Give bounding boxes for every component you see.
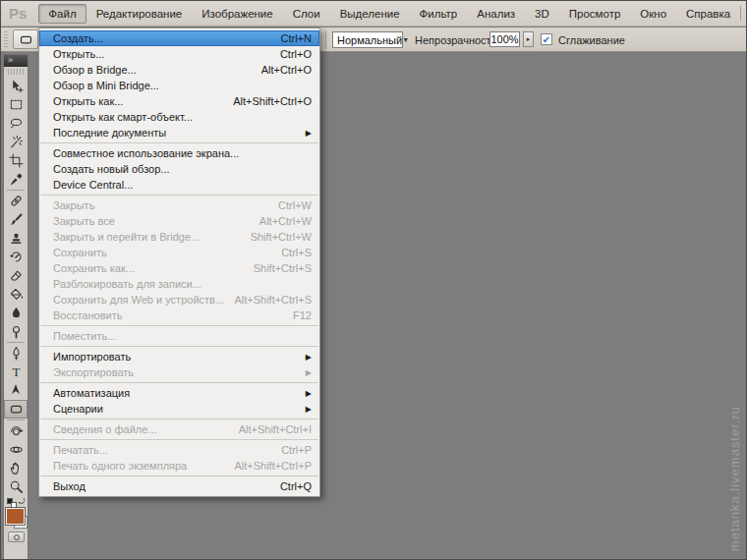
menubar-item-layers[interactable]: Слои — [283, 4, 330, 24]
tool-zoom[interactable] — [4, 477, 28, 496]
tool-healing-brush[interactable] — [4, 192, 28, 210]
foreground-color-swatch[interactable] — [6, 508, 25, 525]
menu-item-check-in[interactable]: Разблокировать для записи... — [39, 276, 319, 292]
marquee-icon — [9, 97, 24, 112]
menu-item-place[interactable]: Поместить... — [39, 328, 319, 344]
tool-eraser[interactable] — [4, 266, 28, 285]
submenu-arrow-icon: ▶ — [306, 353, 312, 362]
menu-item-save[interactable]: СохранитьCtrl+S — [39, 245, 319, 260]
tool-eyedropper[interactable] — [4, 170, 28, 189]
menu-item-open[interactable]: Открыть...Ctrl+O — [39, 46, 319, 62]
tool-lasso[interactable] — [4, 114, 28, 133]
tool-dodge[interactable] — [4, 322, 28, 341]
menu-item-export[interactable]: Экспортировать▶ — [39, 364, 319, 380]
menubar-item-analysis[interactable]: Анализ — [467, 4, 525, 24]
menubar-item-3d[interactable]: 3D — [525, 4, 559, 24]
menu-separator — [40, 346, 318, 347]
menu-item-save-for-web[interactable]: Сохранить для Web и устройств...Alt+Shif… — [39, 292, 319, 308]
tool-blur[interactable] — [4, 304, 28, 322]
menu-item-new[interactable]: Создать...Ctrl+N — [39, 30, 319, 46]
menu-item-browse-mini-bridge[interactable]: Обзор в Mini Bridge... — [39, 78, 319, 93]
menu-item-label: Сценарии — [53, 403, 103, 415]
menu-item-save-as[interactable]: Сохранить как...Shift+Ctrl+S — [39, 260, 319, 276]
move-icon — [9, 79, 24, 93]
tool-preset-picker[interactable] — [13, 29, 38, 49]
menu-item-import[interactable]: Импортировать▶ — [39, 349, 319, 364]
menu-item-label: Открыть... — [53, 48, 104, 60]
tool-marquee[interactable] — [4, 95, 28, 114]
menu-item-shortcut: Alt+Shift+Ctrl+O — [233, 95, 312, 107]
menu-item-browse-bridge[interactable]: Обзор в Bridge...Alt+Ctrl+O — [39, 62, 319, 78]
blend-mode-value: Нормальный — [337, 34, 402, 46]
spin-arrow-icon: ▸ — [527, 35, 531, 43]
menu-item-label: Сохранить для Web и устройств... — [53, 294, 224, 306]
menubar-item-image[interactable]: Изображение — [192, 4, 282, 24]
tool-paint-bucket[interactable] — [4, 285, 28, 304]
tool-shape[interactable] — [4, 400, 28, 419]
submenu-arrow-icon: ▶ — [306, 389, 312, 398]
3d-orbit-icon — [9, 442, 24, 457]
menu-item-shortcut: Alt+Ctrl+O — [261, 64, 312, 76]
file-menu: Создать...Ctrl+NОткрыть...Ctrl+OОбзор в … — [38, 28, 320, 497]
menu-item-label: Обзор в Mini Bridge... — [53, 80, 159, 91]
tool-3d-orbit[interactable] — [4, 440, 28, 459]
blend-mode-select[interactable]: Нормальный ▼ — [332, 31, 403, 48]
photoshop-logo: Ps — [9, 5, 27, 22]
toolbar-collapse-button[interactable]: » — [4, 55, 28, 67]
color-swatch-area: ⤾ — [4, 497, 28, 542]
menu-item-shortcut: Ctrl+O — [280, 48, 312, 60]
tool-crop[interactable] — [4, 151, 28, 170]
tool-hand[interactable] — [4, 459, 28, 477]
tool-3d-rotate[interactable] — [4, 421, 28, 440]
menu-item-revert[interactable]: ВосстановитьF12 — [39, 308, 319, 323]
menubar-item-window[interactable]: Окно — [630, 4, 676, 24]
tool-path-selection[interactable] — [4, 381, 28, 400]
menu-item-exit[interactable]: ВыходCtrl+Q — [39, 478, 319, 494]
tool-clone-stamp[interactable] — [4, 229, 28, 248]
tool-pen[interactable] — [4, 344, 28, 363]
swap-colors-icon[interactable]: ⤾ — [19, 497, 26, 507]
options-bar-divider — [325, 30, 326, 49]
menu-item-file-info[interactable]: Сведения о файле...Alt+Shift+Ctrl+I — [39, 421, 319, 437]
menu-item-label: Автоматизация — [53, 387, 130, 399]
menu-item-recent-files[interactable]: Последние документы▶ — [39, 125, 319, 140]
quick-mask-button[interactable] — [8, 532, 25, 542]
menu-item-create-new-review[interactable]: Создать новый обзор... — [39, 161, 319, 177]
menu-item-automate[interactable]: Автоматизация▶ — [39, 385, 319, 401]
menubar-item-filter[interactable]: Фильтр — [410, 4, 468, 24]
antialias-checkbox[interactable]: ✔ — [541, 33, 552, 45]
opacity-input[interactable]: 100% — [489, 31, 520, 47]
menubar-item-edit[interactable]: Редактирование — [86, 4, 193, 24]
menubar-item-help[interactable]: Справка — [676, 4, 740, 24]
menubar-item-view[interactable]: Просмотр — [559, 4, 631, 24]
svg-text:T: T — [12, 364, 20, 379]
tool-brush[interactable] — [4, 210, 28, 229]
tool-magic-wand[interactable] — [4, 133, 28, 151]
tool-type[interactable]: T — [4, 363, 28, 381]
menu-item-scripts[interactable]: Сценарии▶ — [39, 401, 319, 417]
menu-item-shortcut: Ctrl+W — [278, 199, 312, 211]
menu-item-print-one-copy[interactable]: Печать одного экземпляраAlt+Shift+Ctrl+P — [39, 458, 319, 474]
opacity-label: Непрозрачность — [415, 34, 496, 46]
menu-item-label: Печатать... — [53, 444, 108, 456]
opacity-slider-button[interactable]: ▸ — [523, 31, 534, 47]
menu-item-shortcut: Ctrl+P — [281, 444, 312, 456]
menu-item-print[interactable]: Печатать...Ctrl+P — [39, 442, 319, 458]
menu-item-label: Сохранить как... — [53, 262, 135, 274]
options-bar-grip[interactable] — [4, 31, 8, 47]
menu-item-label: Создать... — [53, 32, 103, 44]
toolbar-grip[interactable] — [8, 69, 24, 75]
menu-item-open-as[interactable]: Открыть как...Alt+Shift+Ctrl+O — [39, 93, 319, 109]
tool-move[interactable] — [4, 77, 28, 95]
menu-item-device-central[interactable]: Device Central... — [39, 177, 319, 193]
tool-history-brush[interactable] — [4, 248, 28, 266]
menubar-item-file[interactable]: Файл — [38, 4, 86, 24]
pen-icon — [9, 346, 24, 361]
menu-item-share-screen[interactable]: Совместное использование экрана... — [39, 145, 319, 161]
submenu-arrow-icon: ▶ — [306, 368, 312, 377]
menu-item-close[interactable]: ЗакрытьCtrl+W — [39, 197, 319, 213]
menu-item-close-all[interactable]: Закрыть всеAlt+Ctrl+W — [39, 213, 319, 229]
menubar-item-select[interactable]: Выделение — [330, 4, 410, 24]
menu-item-close-go-bridge[interactable]: Закрыть и перейти в Bridge...Shift+Ctrl+… — [39, 229, 319, 245]
menu-item-open-as-smart-object[interactable]: Открыть как смарт-объект... — [39, 109, 319, 125]
